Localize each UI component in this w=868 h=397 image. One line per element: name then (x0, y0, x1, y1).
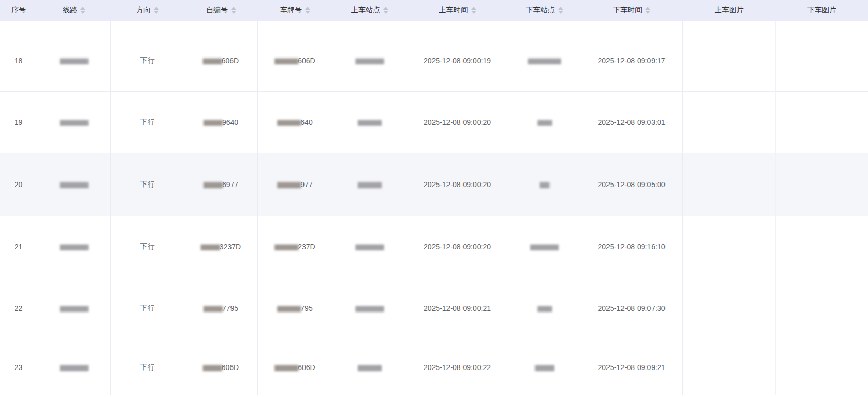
redacted-text: ▆▆▆ (538, 118, 552, 126)
cell-serial: 23 (0, 339, 37, 395)
cell-alight-station: ▆▆▆ (508, 277, 581, 339)
cell-serial: 19 (0, 92, 37, 153)
cell-alight-time: 2025-12-08 09:09:21 (581, 339, 683, 395)
redacted-text: ▆▆▆▆▆▆ (60, 304, 88, 312)
cell-plate-number: ▆▆▆▆▆977 (258, 153, 332, 216)
cell-board-time: 2025-12-08 09:00:21 (407, 277, 508, 339)
cell-line: ▆▆▆▆▆▆ (37, 339, 111, 395)
table-row-21: 21 ▆▆▆▆▆▆ 下行 ▆▆▆▆3237D ▆▆▆▆▆237D ▆▆▆▆▆▆ … (0, 216, 868, 277)
redacted-text: ▆▆▆▆▆▆ (60, 363, 88, 371)
cell-board-time: 2025-12-08 09:00:20 (407, 153, 508, 216)
header-row: 序号 线路 方向 自编号 车牌号 上车站点 上车时间 下车站点 下车时间 上车图… (0, 0, 868, 21)
redacted-text: ▆▆▆▆▆▆ (356, 56, 384, 64)
redacted-text: ▆▆▆▆▆▆▆ (528, 56, 561, 64)
cell-self-number: ▆▆▆▆3237D (184, 216, 258, 277)
cell-line: ▆▆▆▆▆▆ (37, 277, 111, 339)
sort-caret-icon[interactable] (558, 7, 563, 14)
table-row-19: 19 ▆▆▆▆▆▆ 下行 ▆▆▆▆9640 ▆▆▆▆▆640 ▆▆▆▆▆ 202… (0, 92, 868, 153)
cell-board-time: 2025-12-08 09:00:20 (407, 216, 508, 277)
redacted-text: ▆▆▆▆▆▆ (60, 180, 88, 188)
sort-caret-icon[interactable] (471, 7, 476, 14)
cell-board-station: ▆▆▆▆▆ (332, 153, 407, 216)
sort-caret-icon[interactable] (645, 7, 650, 14)
cell-board-station: ▆▆▆▆▆ (332, 92, 407, 153)
cell-self-number: ▆▆▆▆6977 (184, 153, 258, 216)
redacted-text: ▆▆▆▆▆ (277, 304, 300, 312)
cell-serial: 20 (0, 153, 37, 216)
cell-line: ▆▆▆▆▆▆ (37, 216, 111, 277)
redacted-text: ▆▆▆▆▆ (358, 118, 381, 126)
sort-caret-icon[interactable] (383, 7, 388, 14)
col-header-board-time[interactable]: 上车时间 (407, 0, 508, 21)
redacted-text: ▆▆▆▆▆ (358, 363, 381, 371)
cell-alight-time: 2025-12-08 09:05:00 (581, 153, 683, 216)
cell-self-number: ▆▆▆▆606D (184, 339, 258, 395)
table-row-22: 22 ▆▆▆▆▆▆ 下行 ▆▆▆▆7795 ▆▆▆▆▆795 ▆▆▆▆▆▆ 20… (0, 277, 868, 339)
cell-plate-number: ▆▆▆▆▆606D (258, 339, 332, 395)
redacted-text: ▆▆▆▆▆▆ (530, 243, 558, 250)
cell-alight-time: 2025-12-08 09:03:01 (581, 92, 683, 153)
cell-board-station: ▆▆▆▆▆ (332, 339, 407, 395)
cell-board-time: 2025-12-08 09:00:19 (407, 30, 508, 92)
cell-line: ▆▆▆▆▆▆ (37, 92, 111, 153)
cell-self-number: ▆▆▆▆7795 (184, 277, 258, 339)
cell-direction: 下行 (111, 277, 184, 339)
cell-board-station: ▆▆▆▆▆▆ (332, 277, 407, 339)
col-header-direction[interactable]: 方向 (111, 0, 184, 21)
cell-plate-number: ▆▆▆▆▆606D (258, 30, 332, 92)
cell-serial: 18 (0, 30, 37, 92)
redacted-text: ▆▆▆▆▆ (274, 363, 298, 371)
redacted-text: ▆▆▆▆▆ (358, 180, 381, 188)
redacted-text: ▆▆ (540, 180, 549, 188)
table-row-23: 23 ▆▆▆▆▆▆ 下行 ▆▆▆▆606D ▆▆▆▆▆606D ▆▆▆▆▆ 20… (0, 339, 868, 395)
cell-serial: 22 (0, 277, 37, 339)
sort-caret-icon[interactable] (231, 7, 236, 14)
cell-alight-station: ▆▆ (508, 153, 581, 216)
cell-alight-time: 2025-12-08 09:16:10 (581, 216, 683, 277)
cell-board-time: 2025-12-08 09:00:22 (407, 339, 508, 395)
cell-board-station: ▆▆▆▆▆▆ (332, 30, 407, 92)
cell-line: ▆▆▆▆▆▆ (37, 153, 111, 216)
cell-alight-time: 2025-12-08 09:07:30 (581, 277, 683, 339)
col-header-alight-station[interactable]: 下车站点 (508, 0, 581, 21)
redacted-text: ▆▆▆ (538, 304, 552, 312)
col-header-alight-time[interactable]: 下车时间 (581, 0, 683, 21)
redacted-text: ▆▆▆▆▆▆ (60, 56, 88, 64)
cell-self-number: ▆▆▆▆9640 (184, 92, 258, 153)
redacted-text: ▆▆▆▆ (204, 304, 222, 312)
col-header-line[interactable]: 线路 (37, 0, 111, 21)
cell-direction: 下行 (111, 30, 184, 92)
cell-direction: 下行 (111, 153, 184, 216)
sort-caret-icon[interactable] (154, 7, 159, 14)
cell-alight-station: ▆▆▆ (508, 92, 581, 153)
redacted-text: ▆▆▆▆ (203, 56, 222, 64)
redacted-text: ▆▆▆▆▆ (277, 180, 300, 188)
redacted-text: ▆▆▆▆▆▆ (356, 304, 384, 312)
sort-caret-icon[interactable] (305, 7, 310, 14)
cell-alight-station: ▆▆▆▆▆▆ (508, 216, 581, 277)
sort-caret-icon[interactable] (80, 7, 85, 14)
cell-alight-station: ▆▆▆▆▆▆▆ (508, 30, 581, 92)
redacted-text: ▆▆▆▆ (201, 243, 220, 250)
col-header-self-number[interactable]: 自编号 (184, 0, 258, 21)
cell-direction: 下行 (111, 339, 184, 395)
table-row-20: 20 ▆▆▆▆▆▆ 下行 ▆▆▆▆6977 ▆▆▆▆▆977 ▆▆▆▆▆ 202… (0, 153, 868, 216)
cell-board-station: ▆▆▆▆▆▆ (332, 216, 407, 277)
redacted-text: ▆▆▆▆▆ (274, 243, 298, 250)
redacted-text: ▆▆▆▆▆ (277, 118, 300, 126)
redacted-text: ▆▆▆▆▆▆ (356, 243, 384, 250)
cell-direction: 下行 (111, 216, 184, 277)
redacted-text: ▆▆▆▆ (204, 118, 222, 126)
table-row-partial-17 (0, 21, 868, 30)
redacted-text: ▆▆▆▆ (204, 180, 222, 188)
redacted-text: ▆▆▆▆▆▆ (60, 243, 88, 250)
cell-board-time: 2025-12-08 09:00:20 (407, 92, 508, 153)
cell-plate-number: ▆▆▆▆▆237D (258, 216, 332, 277)
redacted-text: ▆▆▆▆ (535, 363, 554, 371)
redacted-text: ▆▆▆▆▆ (274, 56, 298, 64)
cell-plate-number: ▆▆▆▆▆795 (258, 277, 332, 339)
col-header-plate-number[interactable]: 车牌号 (258, 0, 332, 21)
cell-alight-station: ▆▆▆▆ (508, 339, 581, 395)
col-header-board-station[interactable]: 上车站点 (332, 0, 407, 21)
cell-plate-number: ▆▆▆▆▆640 (258, 92, 332, 153)
